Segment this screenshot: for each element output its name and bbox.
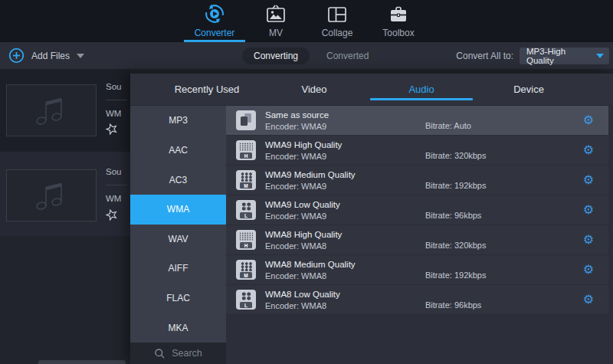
gear-icon[interactable]: ⚙ [583, 204, 594, 216]
profile-row-same-as-source[interactable]: Same as source Encoder: WMA9 Bitrate: Au… [226, 106, 608, 136]
dot-grid [241, 292, 251, 300]
profile-row-wma9-high[interactable]: H WMA9 High Quality Encoder: WMA9 Bitrat… [226, 136, 608, 166]
nav-tab-toolbox[interactable]: Toolbox [368, 0, 429, 42]
tab-video[interactable]: Video [261, 74, 368, 105]
format-panel-tabs: Recently Used Video Audio Device [130, 74, 613, 106]
profile-encoder: Encoder: WMA9 [265, 152, 342, 161]
add-files-caret-icon[interactable] [77, 54, 84, 58]
profile-text: WMA8 High Quality Encoder: WMA8 [265, 229, 342, 251]
profile-row-wma8-high[interactable]: H WMA8 High Quality Encoder: WMA8 Bitrat… [226, 225, 608, 255]
source-file-item[interactable]: Sou WM [0, 152, 130, 236]
collapsed-bar [38, 360, 126, 364]
profile-row-wma9-low[interactable]: L WMA9 Low Quality Encoder: WMA9 Bitrate… [226, 195, 608, 225]
profile-title: WMA8 Low Quality [265, 290, 340, 299]
profile-row-wma8-low[interactable]: L WMA8 Low Quality Encoder: WMA8 Bitrate… [226, 285, 608, 315]
sidebar-item-wav[interactable]: WAV [130, 225, 226, 254]
gear-icon[interactable]: ⚙ [583, 293, 594, 306]
sidebar-item-aac[interactable]: AAC [130, 136, 226, 166]
quality-grid-icon: M [236, 170, 256, 190]
source-file-format: WM [106, 194, 121, 203]
profile-encoder: Encoder: WMA9 [265, 212, 340, 221]
dot-grid [241, 202, 251, 211]
tab-label: Device [513, 84, 544, 95]
quality-grid-icon: H [236, 140, 256, 160]
source-file-name: Sou [106, 82, 121, 91]
quality-badge: H [240, 152, 252, 159]
tab-converted[interactable]: Converted [326, 51, 369, 61]
audio-thumbnail [6, 84, 97, 136]
sidebar-item-wma[interactable]: WMA [130, 195, 226, 225]
profile-bitrate: Bitrate: Auto [425, 121, 471, 130]
convert-all-value: MP3-High Quality [526, 47, 594, 65]
app-window: Converter MV [0, 0, 613, 364]
view-tabs: Converting Converted [242, 42, 369, 69]
edit-star-icon[interactable] [103, 207, 121, 226]
gear-icon[interactable]: ⚙ [583, 234, 594, 246]
add-files-label[interactable]: Add Files [31, 51, 70, 61]
quality-badge: H [240, 242, 252, 248]
quality-badge: L [240, 212, 252, 218]
profile-row-wma8-medium[interactable]: M WMA8 Medium Quality Encoder: WMA8 Bitr… [226, 255, 608, 285]
nav-tab-label: Converter [195, 28, 235, 38]
profile-row-wma9-medium[interactable]: M WMA9 Medium Quality Encoder: WMA9 Bitr… [226, 166, 608, 195]
tab-audio[interactable]: Audio [368, 74, 475, 105]
music-note-icon [33, 93, 70, 127]
profile-encoder: Encoder: WMA9 [265, 122, 329, 131]
convert-all-label: Convert All to: [456, 51, 513, 61]
add-files-plus-icon[interactable] [8, 48, 25, 64]
search-input[interactable]: Search [130, 343, 226, 364]
sidebar-item-mp3[interactable]: MP3 [130, 106, 226, 136]
top-nav: Converter MV [0, 0, 613, 42]
dot-grid [241, 262, 252, 271]
tab-label: Audio [408, 84, 434, 95]
sidebar-item-mka[interactable]: MKA [130, 313, 226, 343]
profile-title: WMA9 Medium Quality [265, 170, 356, 179]
search-icon [154, 348, 166, 359]
add-files-control[interactable]: Add Files [8, 42, 84, 69]
profile-list: Same as source Encoder: WMA9 Bitrate: Au… [226, 106, 613, 364]
nav-tab-mv[interactable]: MV [245, 0, 306, 42]
tab-device[interactable]: Device [475, 74, 582, 105]
toolbox-icon [388, 5, 409, 25]
sidebar-item-flac[interactable]: FLAC [130, 284, 226, 313]
nav-tab-converter[interactable]: Converter [184, 0, 245, 42]
main-area: Sou WM Sou [0, 69, 613, 364]
quality-grid-icon: L [236, 200, 256, 220]
music-note-icon [33, 179, 70, 212]
audio-thumbnail [6, 169, 97, 221]
profile-encoder: Encoder: WMA8 [265, 241, 342, 251]
tab-recently-used[interactable]: Recently Used [153, 74, 261, 105]
tab-label: Recently Used [175, 84, 240, 95]
converter-icon [204, 5, 225, 25]
edit-star-icon[interactable] [103, 121, 121, 140]
gear-icon[interactable]: ⚙ [583, 144, 594, 156]
profile-encoder: Encoder: WMA8 [265, 301, 340, 310]
profile-title: WMA9 High Quality [265, 140, 342, 149]
quality-grid-icon: H [236, 230, 256, 250]
nav-tab-label: Toolbox [382, 28, 414, 38]
profile-bitrate: Bitrate: 96kbps [425, 211, 481, 220]
nav-items: Converter MV [0, 0, 613, 42]
gear-icon[interactable]: ⚙ [583, 114, 594, 126]
tab-converting[interactable]: Converting [242, 48, 310, 64]
source-file-item[interactable]: Sou WM [0, 69, 130, 152]
profile-text: WMA9 Medium Quality Encoder: WMA9 [265, 169, 356, 191]
quality-grid-icon: M [236, 260, 256, 280]
sidebar-item-ac3[interactable]: AC3 [130, 165, 226, 195]
convert-all-dropdown[interactable]: MP3-High Quality [520, 48, 609, 64]
gear-icon[interactable]: ⚙ [583, 264, 594, 276]
sidebar-item-aiff[interactable]: AIFF [130, 254, 226, 284]
gear-icon[interactable]: ⚙ [583, 174, 594, 186]
quality-badge: M [240, 182, 252, 189]
same-as-source-icon [236, 110, 256, 130]
profile-bitrate: Bitrate: 192kbps [425, 271, 487, 280]
format-panel-body: MP3 AAC AC3 WMA WAV AIFF FLAC MKA [130, 106, 613, 364]
nav-tab-collage[interactable]: Collage [306, 0, 368, 42]
search-placeholder: Search [172, 348, 202, 359]
profile-text: WMA9 Low Quality Encoder: WMA9 [265, 199, 340, 221]
convert-all-group: Convert All to: MP3-High Quality [456, 42, 609, 69]
copy-shape [241, 116, 247, 126]
source-file-name: Sou [106, 167, 121, 176]
profile-text: WMA8 Low Quality Encoder: WMA8 [265, 289, 340, 310]
profile-bitrate: Bitrate: 192kbps [425, 181, 487, 190]
